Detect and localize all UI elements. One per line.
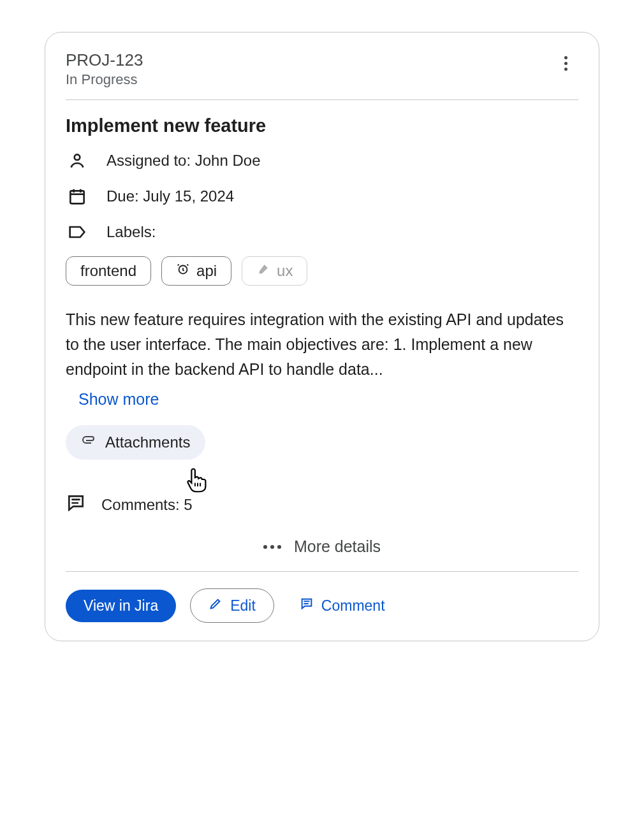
ticket-title: Implement new feature [66, 115, 578, 136]
more-menu-button[interactable] [553, 50, 578, 76]
due-text: Due: July 15, 2024 [106, 187, 234, 205]
svg-point-0 [75, 154, 80, 160]
label-chip-frontend[interactable]: frontend [66, 256, 151, 286]
comments-row: Comments: 5 [66, 493, 578, 517]
more-vert-icon [564, 56, 567, 71]
label-chip-api[interactable]: api [161, 256, 231, 286]
chip-label: frontend [80, 262, 136, 280]
attachment-icon [81, 433, 96, 452]
card-footer: View in Jira Edit Comment [66, 571, 578, 623]
labels-heading-text: Labels: [106, 223, 156, 241]
button-label: Comment [321, 597, 385, 615]
calendar-icon [66, 185, 89, 208]
labels-row: Labels: [66, 221, 578, 244]
brush-icon [256, 262, 270, 280]
ticket-card: PROJ-123 In Progress Implement new featu… [45, 32, 599, 641]
comment-icon [300, 597, 314, 615]
more-horiz-icon [263, 545, 281, 549]
svg-rect-1 [70, 191, 84, 203]
more-details-button[interactable]: More details [66, 537, 578, 556]
alarm-icon [176, 262, 190, 280]
label-chip-ux[interactable]: ux [242, 256, 307, 286]
attachments-button[interactable]: Attachments [66, 425, 205, 460]
ticket-description: This new feature requires integration wi… [66, 307, 578, 381]
assignee-text: Assigned to: John Doe [106, 152, 261, 170]
button-label: View in Jira [84, 597, 158, 615]
ticket-id: PROJ-123 [66, 50, 143, 70]
view-in-jira-button[interactable]: View in Jira [66, 590, 176, 622]
assignee-row: Assigned to: John Doe [66, 149, 578, 172]
chip-label: api [196, 262, 217, 280]
attachments-label: Attachments [105, 433, 190, 451]
chip-label: ux [277, 262, 293, 280]
person-icon [66, 149, 89, 172]
comment-button[interactable]: Comment [288, 589, 397, 622]
ticket-status: In Progress [66, 71, 143, 88]
button-label: Edit [230, 597, 256, 615]
label-chips: frontend api ux [66, 256, 578, 286]
label-icon [66, 221, 89, 244]
card-header: PROJ-123 In Progress [66, 50, 578, 100]
edit-button[interactable]: Edit [190, 588, 274, 623]
due-row: Due: July 15, 2024 [66, 185, 578, 208]
edit-icon [209, 597, 223, 615]
comments-count: Comments: 5 [101, 496, 193, 514]
comment-icon [66, 493, 86, 517]
more-details-label: More details [294, 537, 381, 556]
show-more-link[interactable]: Show more [78, 390, 159, 409]
